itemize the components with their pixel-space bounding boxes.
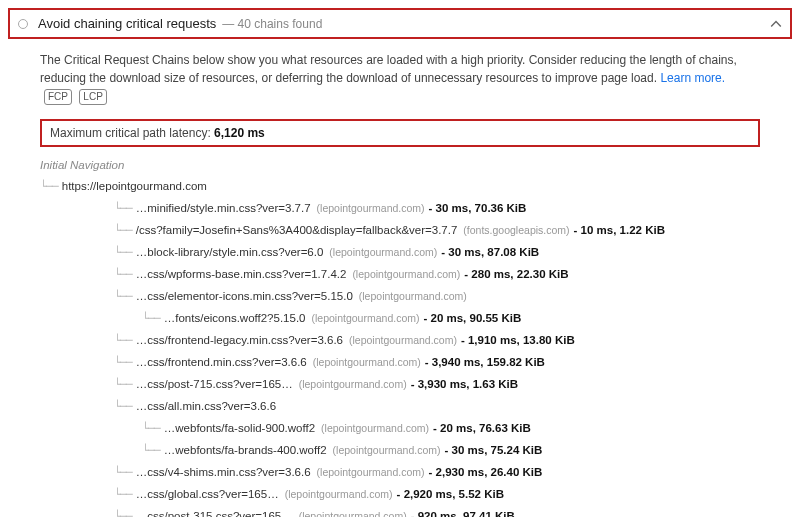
resource-url[interactable]: …fonts/eicons.woff2?5.15.0 [164,312,306,324]
desc-text: The Critical Request Chains below show y… [40,53,737,85]
tree-connector: └── [114,355,132,369]
tree-row: └──…css/post-715.css?ver=165…(lepointgou… [40,373,772,395]
tree-row: └──…css/elementor-icons.min.css?ver=5.15… [40,285,772,307]
resource-metrics: - 30 ms, 70.36 KiB [429,202,527,214]
resource-origin: (lepointgourmand.com) [352,268,460,280]
tree-row: └──…webfonts/fa-brands-400.woff2(lepoint… [40,439,772,461]
tree-connector: └── [114,201,132,215]
resource-metrics: - 10 ms, 1.22 KiB [574,224,665,236]
latency-label: Maximum critical path latency: [50,126,214,140]
resource-url[interactable]: …css/frontend.min.css?ver=3.6.6 [136,356,307,368]
tree-row: └──…css/global.css?ver=165…(lepointgourm… [40,483,772,505]
resource-metrics: - 1,910 ms, 13.80 KiB [461,334,575,346]
latency-box: Maximum critical path latency: 6,120 ms [40,119,760,147]
resource-metrics: - 920 ms, 97.41 KiB [411,510,515,517]
resource-url[interactable]: …webfonts/fa-brands-400.woff2 [164,444,327,456]
resource-metrics: - 20 ms, 76.63 KiB [433,422,531,434]
resource-origin: (lepointgourmand.com) [299,510,407,517]
resource-url[interactable]: …css/post-315.css?ver=165… [136,510,293,517]
resource-metrics: - 3,930 ms, 1.63 KiB [411,378,518,390]
audit-description: The Critical Request Chains below show y… [8,47,792,115]
tree-connector: └── [114,377,132,391]
resource-metrics: - 2,920 ms, 5.52 KiB [397,488,504,500]
tree-row: └──…css/v4-shims.min.css?ver=3.6.6(lepoi… [40,461,772,483]
resource-url[interactable]: …css/v4-shims.min.css?ver=3.6.6 [136,466,311,478]
resource-url[interactable]: …css/global.css?ver=165… [136,488,279,500]
resource-origin: (lepointgourmand.com) [317,466,425,478]
root-url[interactable]: https://lepointgourmand.com [62,180,207,192]
tree-connector: └── [40,179,58,193]
resource-url[interactable]: …css/all.min.css?ver=3.6.6 [136,400,276,412]
resource-url[interactable]: …webfonts/fa-solid-900.woff2 [164,422,315,434]
resource-origin: (lepointgourmand.com) [313,356,421,368]
resource-origin: (lepointgourmand.com) [285,488,393,500]
tree-connector: └── [114,509,132,517]
resource-metrics: - 30 ms, 75.24 KiB [445,444,543,456]
resource-origin: (lepointgourmand.com) [299,378,407,390]
resource-url[interactable]: …block-library/style.min.css?ver=6.0 [136,246,324,258]
tree-row: └──…css/frontend-legacy.min.css?ver=3.6.… [40,329,772,351]
tree-row: └──…css/wpforms-base.min.css?ver=1.7.4.2… [40,263,772,285]
tree-row: └──…minified/style.min.css?ver=3.7.7(lep… [40,197,772,219]
resource-origin: (fonts.googleapis.com) [463,224,569,236]
resource-metrics: - 30 ms, 87.08 KiB [441,246,539,258]
resource-url[interactable]: …minified/style.min.css?ver=3.7.7 [136,202,311,214]
tree-connector: └── [142,311,160,325]
resource-url[interactable]: …css/post-715.css?ver=165… [136,378,293,390]
tree-row: └──…block-library/style.min.css?ver=6.0(… [40,241,772,263]
tree-row: └──…webfonts/fa-solid-900.woff2(lepointg… [40,417,772,439]
resource-metrics: - 280 ms, 22.30 KiB [464,268,568,280]
request-tree: Initial Navigation └── https://lepointgo… [40,155,772,517]
audit-header[interactable]: Avoid chaining critical requests — 40 ch… [8,8,792,39]
tree-row: └──…css/all.min.css?ver=3.6.6 [40,395,772,417]
resource-origin: (lepointgourmand.com) [329,246,437,258]
resource-metrics: - 3,940 ms, 159.82 KiB [425,356,545,368]
learn-more-link[interactable]: Learn more. [660,71,725,85]
resource-origin: (lepointgourmand.com) [321,422,429,434]
tree-connector: └── [114,245,132,259]
badge-fcp: FCP [44,89,72,105]
resource-origin: (lepointgourmand.com) [317,202,425,214]
resource-url[interactable]: …css/elementor-icons.min.css?ver=5.15.0 [136,290,353,302]
latency-value: 6,120 ms [214,126,265,140]
resource-url[interactable]: /css?family=Josefin+Sans%3A400&display=f… [136,224,458,236]
resource-origin: (lepointgourmand.com) [312,312,420,324]
tree-connector: └── [114,399,132,413]
audit-title: Avoid chaining critical requests [38,16,216,31]
resource-url[interactable]: …css/frontend-legacy.min.css?ver=3.6.6 [136,334,343,346]
tree-connector: └── [114,289,132,303]
tree-connector: └── [114,333,132,347]
tree-connector: └── [114,465,132,479]
resource-origin: (lepointgourmand.com) [349,334,457,346]
audit-subtitle: — 40 chains found [222,17,322,31]
tree-connector: └── [142,421,160,435]
chevron-up-icon[interactable] [770,18,782,30]
resource-origin: (lepointgourmand.com) [333,444,441,456]
resource-origin: (lepointgourmand.com) [359,290,467,302]
tree-connector: └── [142,443,160,457]
tree-connector: └── [114,223,132,237]
badge-lcp: LCP [79,89,106,105]
initial-navigation-label: Initial Navigation [40,159,124,171]
resource-metrics: - 2,930 ms, 26.40 KiB [429,466,543,478]
resource-url[interactable]: …css/wpforms-base.min.css?ver=1.7.4.2 [136,268,347,280]
tree-row: └──…css/post-315.css?ver=165…(lepointgou… [40,505,772,517]
status-icon [18,19,28,29]
tree-row: └──…css/frontend.min.css?ver=3.6.6(lepoi… [40,351,772,373]
tree-connector: └── [114,267,132,281]
tree-row: └──/css?family=Josefin+Sans%3A400&displa… [40,219,772,241]
tree-row: └──…fonts/eicons.woff2?5.15.0(lepointgou… [40,307,772,329]
resource-metrics: - 20 ms, 90.55 KiB [423,312,521,324]
tree-connector: └── [114,487,132,501]
